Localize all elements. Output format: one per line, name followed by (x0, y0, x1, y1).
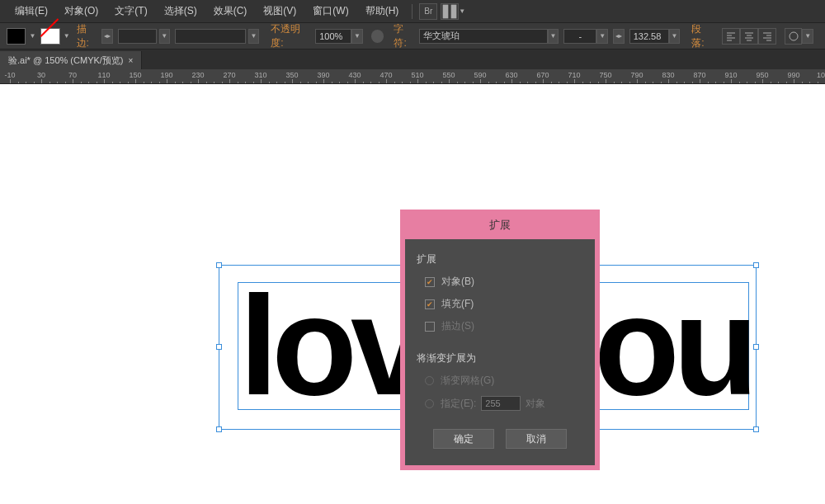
menu-edit[interactable]: 编辑(E) (7, 4, 56, 18)
option-label: 描边(S) (441, 319, 474, 333)
document-tab-title: 验.ai* @ 150% (CMYK/预览) (8, 54, 124, 67)
selection-handle[interactable] (216, 426, 222, 432)
stroke-profile-input[interactable] (175, 29, 246, 44)
dialog-title: 扩展 (405, 214, 595, 239)
artwork-text-right: ou (594, 276, 752, 416)
cancel-button[interactable]: 取消 (506, 429, 567, 449)
dropdown-arrow-icon[interactable]: ▼ (351, 29, 363, 44)
menu-text[interactable]: 文字(T) (106, 4, 155, 18)
arrange-icon[interactable] (441, 3, 459, 20)
font-size-input[interactable] (629, 29, 669, 44)
dropdown-arrow-icon[interactable]: ▼ (802, 29, 813, 44)
selection-handle[interactable] (216, 262, 222, 268)
selection-handle[interactable] (753, 426, 759, 432)
dropdown-arrow-icon[interactable]: ▼ (159, 29, 171, 44)
horizontal-ruler: -103070110150190230270310350390430470510… (0, 69, 825, 84)
recolor-icon[interactable] (371, 30, 384, 43)
align-center-button[interactable] (740, 28, 758, 45)
svg-point-2 (790, 32, 798, 40)
document-tab[interactable]: 验.ai* @ 150% (CMYK/预览) × (0, 51, 142, 69)
dropdown-arrow-icon: ▼ (64, 32, 70, 40)
dialog-section-gradient: 将渐变扩展为 (417, 351, 583, 365)
menu-effect[interactable]: 效果(C) (205, 4, 256, 18)
radio-icon (425, 399, 434, 408)
stroke-swatch[interactable] (40, 28, 59, 45)
font-style-input[interactable] (563, 29, 596, 44)
dropdown-arrow-icon[interactable]: ▼ (248, 29, 260, 44)
ok-button[interactable]: 确定 (433, 429, 494, 449)
checkbox-checked-icon[interactable]: ✔ (425, 299, 435, 309)
transform-icon[interactable] (785, 28, 802, 45)
option-specify: 指定(E): 对象 (425, 396, 583, 411)
dropdown-arrow-icon[interactable]: ▼ (548, 29, 559, 44)
radio-icon (425, 376, 434, 385)
option-object[interactable]: ✔ 对象(B) (425, 275, 583, 289)
fill-swatch[interactable] (7, 28, 26, 45)
checkbox-icon (425, 322, 435, 332)
stroke-label: 描边: (77, 22, 99, 50)
stroke-weight-input[interactable] (118, 29, 157, 44)
selection-handle[interactable] (753, 262, 759, 268)
align-left-button[interactable] (722, 28, 740, 45)
menu-window[interactable]: 窗口(W) (304, 4, 356, 18)
options-bar: ▼ ▼ 描边: ◂▸ ▼ ▼ 不透明度: ▼ 字符: ▼ ▼ ◂▸ ▼ 段落: … (0, 23, 825, 49)
dialog-section-expand: 扩展 (417, 252, 583, 266)
artwork-text-left: lov (239, 276, 422, 416)
menu-view[interactable]: 视图(V) (255, 4, 304, 18)
close-icon[interactable]: × (129, 56, 134, 65)
align-group (722, 28, 776, 45)
paragraph-label: 段落: (691, 22, 714, 50)
specify-suffix: 对象 (526, 397, 545, 411)
menu-help[interactable]: 帮助(H) (357, 4, 408, 18)
option-label: 指定(E): (441, 397, 476, 411)
svg-rect-0 (443, 4, 449, 18)
align-right-button[interactable] (758, 28, 776, 45)
dropdown-arrow-icon: ▼ (459, 7, 465, 15)
dropdown-arrow-icon[interactable]: ▼ (669, 29, 681, 44)
expand-dialog: 扩展 扩展 ✔ 对象(B) ✔ 填充(F) 描边(S) 将渐变扩展为 渐变网格(… (400, 210, 600, 470)
option-fill[interactable]: ✔ 填充(F) (425, 297, 583, 311)
character-label: 字符: (394, 22, 416, 50)
option-gradient-mesh: 渐变网格(G) (425, 374, 583, 388)
document-tab-bar: 验.ai* @ 150% (CMYK/预览) × (0, 49, 825, 69)
stroke-weight-stepper[interactable]: ◂▸ (101, 29, 113, 44)
dialog-body: 扩展 ✔ 对象(B) ✔ 填充(F) 描边(S) 将渐变扩展为 渐变网格(G) … (405, 239, 595, 465)
svg-rect-1 (451, 4, 457, 18)
checkbox-checked-icon[interactable]: ✔ (425, 277, 435, 287)
option-label: 渐变网格(G) (441, 374, 494, 388)
font-family-input[interactable] (419, 29, 548, 44)
bridge-icon[interactable]: Br (419, 3, 437, 20)
specify-input (481, 396, 521, 411)
selection-handle[interactable] (216, 344, 222, 350)
selection-handle[interactable] (753, 344, 759, 350)
option-label: 填充(F) (441, 297, 474, 311)
dialog-buttons: 确定 取消 (417, 429, 583, 449)
opacity-input[interactable] (315, 29, 351, 44)
option-label: 对象(B) (441, 275, 474, 289)
menu-bar: 编辑(E) 对象(O) 文字(T) 选择(S) 效果(C) 视图(V) 窗口(W… (0, 0, 825, 23)
opacity-label: 不透明度: (271, 22, 312, 50)
dropdown-arrow-icon: ▼ (29, 32, 35, 40)
menu-object[interactable]: 对象(O) (56, 4, 106, 18)
font-size-stepper[interactable]: ◂▸ (613, 29, 625, 44)
option-stroke: 描边(S) (425, 319, 583, 333)
dropdown-arrow-icon[interactable]: ▼ (596, 29, 608, 44)
menu-select[interactable]: 选择(S) (156, 4, 205, 18)
separator (412, 4, 412, 19)
canvas[interactable]: lov ou 扩展 扩展 ✔ 对象(B) ✔ 填充(F) 描边(S) 将渐变扩展… (0, 84, 825, 504)
